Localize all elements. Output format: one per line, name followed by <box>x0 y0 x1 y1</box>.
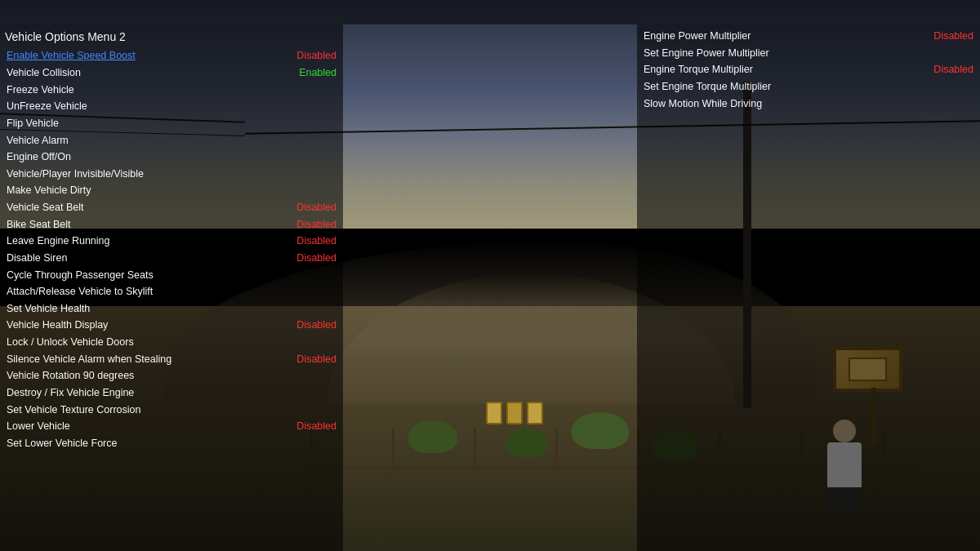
right-menu-item-1[interactable]: Set Engine Power Multiplier <box>642 45 975 62</box>
left-menu-item-label-5: Vehicle Alarm <box>7 132 69 149</box>
left-menu-item-22[interactable]: Lower VehicleDisabled <box>5 418 338 435</box>
fence-post-2 <box>392 429 394 469</box>
left-menu-item-0[interactable]: Enable Vehicle Speed BoostDisabled <box>5 47 338 64</box>
left-menu-item-label-0: Enable Vehicle Speed Boost <box>7 47 136 64</box>
left-menu-item-9[interactable]: Vehicle Seat BeltDisabled <box>5 199 338 216</box>
left-menu-item-label-16: Vehicle Health Display <box>7 317 108 334</box>
right-menu: Engine Power MultiplierDisabledSet Engin… <box>637 24 980 551</box>
left-menu-item-label-13: Cycle Through Passenger Seats <box>7 267 154 284</box>
menu-title: Vehicle Options Menu 2 <box>5 28 338 46</box>
left-menu-item-23[interactable]: Set Lower Vehicle Force <box>5 435 338 452</box>
left-menu-item-2[interactable]: Freeze Vehicle <box>5 82 338 99</box>
left-menu-item-6[interactable]: Engine Off/On <box>5 149 338 166</box>
left-menu-item-status-18: Disabled <box>296 351 336 368</box>
left-menu-item-1[interactable]: Vehicle CollisionEnabled <box>5 64 338 82</box>
bush-3 <box>572 412 629 449</box>
right-menu-items: Engine Power MultiplierDisabledSet Engin… <box>642 28 975 112</box>
left-menu-item-label-14: Attach/Release Vehicle to Skylift <box>7 283 153 300</box>
barrel-1 <box>486 402 502 424</box>
bush-1 <box>408 420 457 453</box>
left-menu-item-label-7: Vehicle/Player Invisible/Visible <box>7 166 144 183</box>
left-menu-item-label-19: Vehicle Rotation 90 degrees <box>7 367 134 384</box>
left-menu-item-18[interactable]: Silence Vehicle Alarm when StealingDisab… <box>5 351 338 368</box>
left-menu-item-label-9: Vehicle Seat Belt <box>7 199 84 216</box>
left-menu-item-11[interactable]: Leave Engine RunningDisabled <box>5 233 338 250</box>
right-menu-item-status-2: Disabled <box>933 61 973 78</box>
left-menu-item-8[interactable]: Make Vehicle Dirty <box>5 182 338 199</box>
bush-2 <box>506 429 547 457</box>
left-menu-item-7[interactable]: Vehicle/Player Invisible/Visible <box>5 166 338 183</box>
left-menu-item-5[interactable]: Vehicle Alarm <box>5 132 338 149</box>
left-menu-item-19[interactable]: Vehicle Rotation 90 degrees <box>5 367 338 384</box>
right-menu-item-2[interactable]: Engine Torque MultiplierDisabled <box>642 61 975 78</box>
right-menu-item-label-2: Engine Torque Multiplier <box>644 61 753 78</box>
left-menu-item-status-12: Disabled <box>296 250 336 267</box>
left-menu-item-4[interactable]: Flip Vehicle <box>5 115 338 132</box>
left-menu-item-label-8: Make Vehicle Dirty <box>7 182 91 199</box>
left-menu-item-status-10: Disabled <box>296 216 336 233</box>
left-menu-item-12[interactable]: Disable SirenDisabled <box>5 250 338 267</box>
left-menu-item-20[interactable]: Destroy / Fix Vehicle Engine <box>5 384 338 402</box>
left-menu-item-label-2: Freeze Vehicle <box>7 82 74 99</box>
left-menu: Vehicle Options Menu 2 Enable Vehicle Sp… <box>0 24 343 551</box>
right-menu-item-label-3: Set Engine Torque Multiplier <box>644 78 771 96</box>
left-menu-item-label-10: Bike Seat Belt <box>7 216 71 233</box>
left-menu-item-status-0: Disabled <box>296 47 336 64</box>
barrel-3 <box>527 402 543 424</box>
right-menu-item-0[interactable]: Engine Power MultiplierDisabled <box>642 28 975 45</box>
left-menu-item-label-1: Vehicle Collision <box>7 64 81 82</box>
left-menu-item-label-20: Destroy / Fix Vehicle Engine <box>7 384 134 402</box>
left-menu-items: Enable Vehicle Speed BoostDisabledVehicl… <box>5 47 338 451</box>
left-menu-item-label-11: Leave Engine Running <box>7 233 110 250</box>
left-menu-item-14[interactable]: Attach/Release Vehicle to Skylift <box>5 283 338 300</box>
left-menu-item-label-23: Set Lower Vehicle Force <box>7 435 118 452</box>
left-menu-item-status-1: Enabled <box>299 64 336 82</box>
left-menu-item-10[interactable]: Bike Seat BeltDisabled <box>5 216 338 233</box>
fence-post-3 <box>474 429 476 469</box>
left-menu-item-label-17: Lock / Unlock Vehicle Doors <box>7 334 134 351</box>
left-menu-item-label-21: Set Vehicle Texture Corrosion <box>7 402 140 419</box>
left-menu-item-status-16: Disabled <box>296 317 336 334</box>
left-menu-item-status-22: Disabled <box>296 418 336 435</box>
left-menu-item-label-3: UnFreeze Vehicle <box>7 98 87 115</box>
barrel-2 <box>506 402 523 424</box>
left-menu-item-3[interactable]: UnFreeze Vehicle <box>5 98 338 115</box>
left-menu-item-status-11: Disabled <box>296 233 336 250</box>
left-menu-item-status-9: Disabled <box>296 199 336 216</box>
left-menu-item-16[interactable]: Vehicle Health DisplayDisabled <box>5 317 338 334</box>
right-menu-item-label-4: Slow Motion While Driving <box>644 96 762 113</box>
left-menu-item-label-6: Engine Off/On <box>7 149 71 166</box>
right-menu-item-label-0: Engine Power Multiplier <box>644 28 751 45</box>
left-menu-item-21[interactable]: Set Vehicle Texture Corrosion <box>5 402 338 419</box>
left-menu-item-15[interactable]: Set Vehicle Health <box>5 300 338 318</box>
left-menu-item-label-15: Set Vehicle Health <box>7 300 90 318</box>
left-menu-item-17[interactable]: Lock / Unlock Vehicle Doors <box>5 334 338 351</box>
left-menu-item-13[interactable]: Cycle Through Passenger Seats <box>5 267 338 284</box>
fence-post-4 <box>555 429 558 469</box>
left-menu-item-label-22: Lower Vehicle <box>7 418 70 435</box>
right-menu-item-status-0: Disabled <box>933 28 973 45</box>
left-menu-item-label-4: Flip Vehicle <box>7 115 59 132</box>
right-menu-item-4[interactable]: Slow Motion While Driving <box>642 96 975 113</box>
left-menu-item-label-18: Silence Vehicle Alarm when Stealing <box>7 351 172 368</box>
top-bar <box>0 0 980 24</box>
right-menu-item-label-1: Set Engine Power Multiplier <box>644 45 769 62</box>
right-menu-item-3[interactable]: Set Engine Torque Multiplier <box>642 78 975 96</box>
left-menu-item-label-12: Disable Siren <box>7 250 67 267</box>
